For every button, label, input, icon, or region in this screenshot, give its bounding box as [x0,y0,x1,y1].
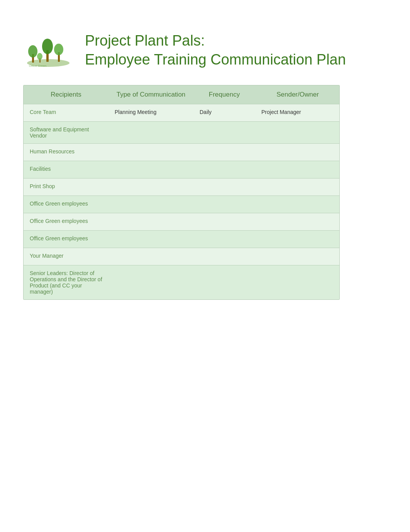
header-sender-owner: Sender/Owner [255,85,340,104]
table-row: Facilities [24,161,339,178]
recipient-core-team: Core Team [24,104,108,121]
communication-2 [108,122,193,143]
communication-5 [108,178,193,195]
frequency-10 [193,265,255,299]
recipient-your-manager: Your Manager [24,248,108,265]
frequency-2 [193,122,255,143]
svg-point-4 [42,39,53,54]
sender-project-manager: Project Manager [255,104,340,121]
communication-9 [108,248,193,265]
recipient-og-employees-2: Office Green employees [24,213,108,230]
table-row: Office Green employees [24,213,339,230]
frequency-7 [193,213,255,230]
sender-4 [255,161,340,178]
recipient-senior-leaders: Senior Leaders: Director of Operations a… [24,265,108,299]
recipient-software-vendor: Software and Equipment Vendor [24,122,108,143]
table-header: Recipients Type of Communication Frequen… [24,85,339,104]
company-logo: Office Green [25,33,71,68]
table-body: Core Team Planning Meeting Daily Project… [24,104,339,299]
title-line1: Project Plant Pals: [85,32,205,49]
sender-5 [255,178,340,195]
frequency-3 [193,144,255,161]
page-container: Office Green Project Plant Pals: Employe… [0,0,410,331]
table-row: Office Green employees [24,230,339,248]
header-recipients: Recipients [24,85,108,104]
table-row: Software and Equipment Vendor [24,121,339,143]
communication-7 [108,213,193,230]
frequency-6 [193,196,255,213]
svg-text:Office Green: Office Green [29,64,46,68]
frequency-8 [193,231,255,248]
table-row: Office Green employees [24,195,339,213]
table-row: Your Manager [24,248,339,265]
table-row: Print Shop [24,178,339,195]
recipient-print-shop: Print Shop [24,178,108,195]
communication-6 [108,196,193,213]
communication-4 [108,161,193,178]
frequency-5 [193,178,255,195]
recipient-hr: Human Resources [24,144,108,161]
frequency-9 [193,248,255,265]
sender-8 [255,231,340,248]
recipient-og-employees-3: Office Green employees [24,231,108,248]
sender-3 [255,144,340,161]
table-row: Senior Leaders: Director of Operations a… [24,265,339,299]
sender-10 [255,265,340,299]
recipient-facilities: Facilities [24,161,108,178]
svg-point-2 [28,45,37,58]
svg-point-8 [37,53,42,60]
sender-9 [255,248,340,265]
header: Office Green Project Plant Pals: Employe… [23,31,387,70]
communication-10 [108,265,193,299]
header-type-of-communication: Type of Communication [108,85,193,104]
table-row: Human Resources [24,143,339,161]
frequency-daily: Daily [193,104,255,121]
sender-6 [255,196,340,213]
svg-point-6 [54,44,63,55]
logo-container: Office Green [23,31,73,70]
table-row: Core Team Planning Meeting Daily Project… [24,104,339,121]
communication-3 [108,144,193,161]
title-line2: Employee Training Communication Plan [85,51,346,68]
sender-2 [255,122,340,143]
communication-planning-meeting: Planning Meeting [108,104,193,121]
recipient-og-employees-1: Office Green employees [24,196,108,213]
sender-7 [255,213,340,230]
page-title: Project Plant Pals: Employee Training Co… [85,31,346,70]
header-frequency: Frequency [193,85,255,104]
communication-table: Recipients Type of Communication Frequen… [23,85,340,300]
frequency-4 [193,161,255,178]
communication-8 [108,231,193,248]
title-container: Project Plant Pals: Employee Training Co… [85,31,346,70]
